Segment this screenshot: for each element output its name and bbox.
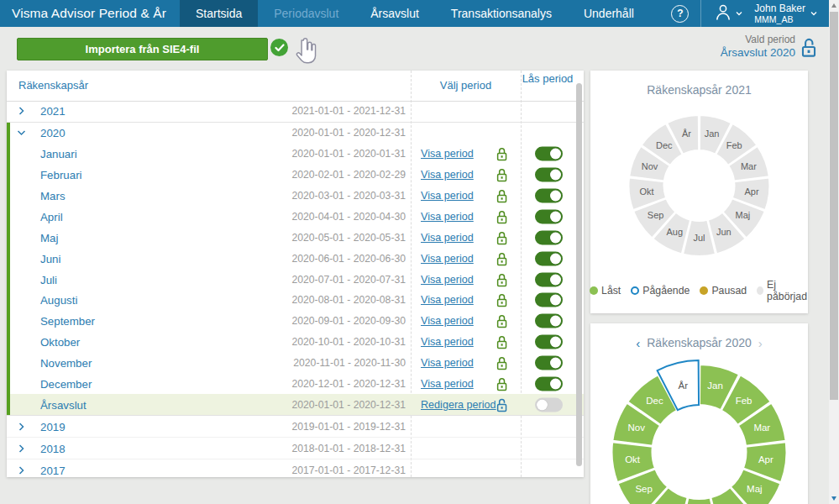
legend-label: Pågående: [642, 285, 690, 297]
lock-period-toggle[interactable]: [535, 230, 563, 244]
locked-icon: [496, 355, 508, 371]
legend-label: Ej påbörjad: [767, 279, 809, 302]
table-row-maj: Maj2020-05-01 - 2020-05-31Visa period: [7, 227, 584, 248]
show-period-link[interactable]: Visa period: [421, 357, 474, 369]
tab-transaktionsanalys[interactable]: Transaktionsanalys: [435, 0, 568, 27]
lock-period-toggle[interactable]: [535, 251, 563, 265]
user-name: John Baker: [754, 3, 805, 14]
locked-icon: [496, 146, 508, 162]
lock-period-toggle[interactable]: [535, 293, 563, 307]
lock-period-toggle[interactable]: [535, 314, 563, 328]
wheel-segment-label: Jul: [693, 233, 705, 243]
show-period-link[interactable]: Visa period: [421, 378, 474, 390]
table-row-oktober: Oktober2020-10-01 - 2020-10-31Visa perio…: [7, 332, 584, 353]
period-wheel-2020: JanFebMarAprMajJunJulAugSepOktNovDecÅr: [590, 354, 808, 504]
row-dates: 2020-01-01 - 2020-01-31: [259, 148, 406, 160]
toggle-knob: [550, 316, 561, 327]
locked-icon: [496, 188, 508, 204]
page-scrollbar-thumb[interactable]: [830, 12, 838, 400]
scroll-up-arrow-icon[interactable]: [831, 3, 836, 8]
next-year-chevron[interactable]: ›: [758, 337, 763, 349]
import-sie4-button[interactable]: Importera från SIE4-fil: [17, 38, 268, 60]
wheel-segment-label: År: [679, 381, 689, 391]
row-label[interactable]: 2020: [40, 127, 66, 139]
help-icon[interactable]: ?: [671, 5, 689, 23]
scroll-down-arrow-icon[interactable]: [831, 496, 836, 501]
chevron-right-icon[interactable]: [18, 465, 25, 475]
chevron-right-icon[interactable]: [18, 444, 25, 453]
prev-year-chevron[interactable]: ‹: [636, 337, 640, 349]
show-period-link[interactable]: Visa period: [421, 169, 474, 181]
lock-period-toggle[interactable]: [535, 397, 563, 412]
row-label: Juni: [40, 252, 60, 265]
show-period-link[interactable]: Visa period: [421, 148, 474, 160]
table-row-november: November2020-11-01 - 2020-11-30Visa peri…: [7, 353, 584, 374]
table-row-december: December2020-12-01 - 2020-12-31Visa peri…: [7, 374, 584, 395]
table-row-årsavslut: Årsavslut2020-01-01 - 2020-12-31Redigera…: [7, 394, 584, 416]
lock-period-toggle[interactable]: [535, 147, 563, 161]
wheel-segment-label: Maj: [747, 484, 763, 494]
user-icon-menu[interactable]: [713, 3, 742, 24]
locked-icon: [496, 334, 508, 350]
wheel-segment-label: Maj: [735, 210, 750, 220]
row-dates: 2020-05-01 - 2020-05-31: [259, 232, 406, 244]
lock-period-toggle[interactable]: [535, 189, 563, 203]
show-period-link[interactable]: Visa period: [421, 253, 474, 265]
row-label[interactable]: 2018: [40, 442, 66, 454]
chevron-right-icon[interactable]: [18, 107, 25, 116]
row-dates: 2020-09-01 - 2020-09-30: [259, 315, 406, 327]
table-row-januari: Januari2020-01-01 - 2020-01-31Visa perio…: [7, 144, 584, 165]
show-period-link[interactable]: Visa period: [421, 211, 474, 223]
row-label[interactable]: 2019: [40, 420, 66, 433]
legend-item-pagaende: Pågående: [631, 279, 690, 302]
table-scrollbar-thumb[interactable]: [576, 83, 582, 466]
row-label: Augusti: [40, 294, 77, 307]
table-row-2019: 20192019-01-01 - 2019-12-31: [7, 416, 584, 438]
show-period-link[interactable]: Visa period: [421, 274, 474, 286]
table-row-april: April2020-04-01 - 2020-04-30Visa period: [7, 206, 584, 227]
legend-dot: [631, 286, 639, 295]
row-label: Årsavslut: [40, 398, 87, 411]
row-label[interactable]: 2021: [40, 105, 66, 118]
row-dates: 2020-12-01 - 2020-12-31: [259, 378, 406, 390]
locked-icon: [496, 292, 508, 308]
chevron-down-icon[interactable]: [17, 129, 26, 137]
table-row-2020: 20202020-01-01 - 2020-12-31: [7, 123, 584, 144]
wheel-segment-label: Sep: [635, 484, 652, 494]
wheel-segment-label: Feb: [726, 140, 742, 150]
tab-startsida[interactable]: Startsida: [180, 0, 258, 27]
show-period-link[interactable]: Visa period: [421, 190, 474, 202]
edit-period-link[interactable]: Redigera period: [421, 399, 496, 411]
period-wheel-card-2020: ‹ Räkenskapsår 2020 › JanFebMarAprMajJun…: [590, 323, 808, 504]
row-label[interactable]: 2017: [40, 464, 66, 476]
show-period-link[interactable]: Visa period: [421, 232, 474, 244]
lock-period-toggle[interactable]: [535, 335, 563, 349]
lock-period-toggle[interactable]: [535, 377, 563, 391]
legend-item-pausad: Pausad: [700, 279, 747, 302]
toggle-knob: [550, 170, 561, 181]
chevron-right-icon[interactable]: [18, 422, 25, 431]
lock-period-toggle[interactable]: [535, 209, 563, 223]
wheel-segment-label: Dec: [646, 396, 663, 406]
table-row-augusti: Augusti2020-08-01 - 2020-08-31Visa perio…: [7, 290, 584, 311]
row-dates: 2017-01-01 - 2017-12-31: [259, 465, 406, 476]
user-account-menu[interactable]: John Baker MMM_AB: [754, 3, 817, 25]
toggle-knob: [550, 253, 561, 264]
lock-period-toggle[interactable]: [535, 272, 563, 286]
page-scrollbar[interactable]: [829, 0, 839, 504]
tab-årsavslut[interactable]: Årsavslut: [354, 0, 435, 27]
person-icon: [713, 3, 733, 24]
tab-periodavslut[interactable]: Periodavslut: [258, 0, 354, 27]
legend-item-last: Låst: [590, 279, 621, 302]
row-dates: 2021-01-01 - 2021-12-31: [259, 105, 406, 117]
wheel-segment-label: Nov: [627, 423, 645, 433]
show-period-link[interactable]: Visa period: [421, 315, 474, 327]
unlocked-icon: [800, 36, 818, 61]
unlocked-icon: [496, 396, 508, 412]
show-period-link[interactable]: Visa period: [421, 336, 474, 348]
tab-underhåll[interactable]: Underhåll: [568, 0, 650, 27]
show-period-link[interactable]: Visa period: [421, 294, 474, 306]
lock-period-toggle[interactable]: [535, 356, 563, 370]
lock-period-toggle[interactable]: [535, 168, 563, 182]
wheel-segment-label: Sep: [648, 210, 664, 220]
